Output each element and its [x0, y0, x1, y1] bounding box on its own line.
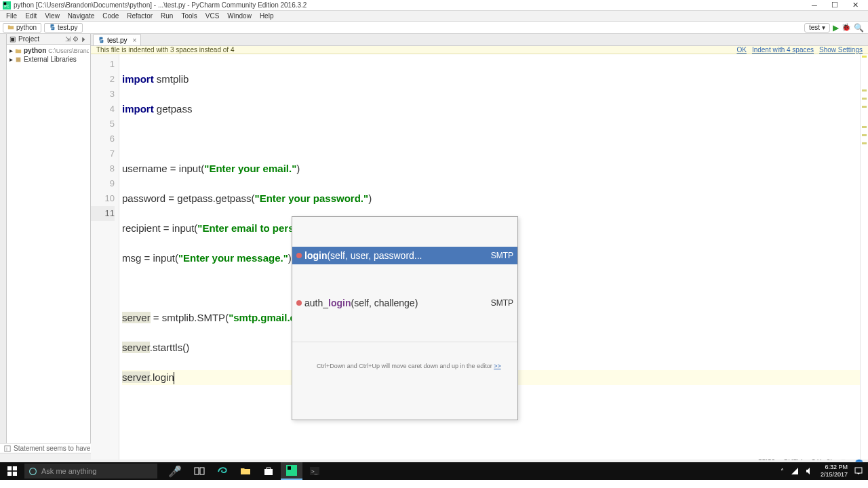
warning-mark[interactable]: [862, 142, 867, 144]
banner-indent-link[interactable]: Indent with 4 spaces: [752, 46, 814, 54]
clock[interactable]: 6:32 PM 2/15/2017: [821, 464, 848, 479]
menu-navigate[interactable]: Navigate: [64, 12, 98, 20]
tab-test-py[interactable]: test.py ×: [93, 34, 141, 45]
svg-rect-16: [288, 466, 291, 470]
line-gutter: 1 2 3 4 5 6 7 8 9 10 11: [91, 54, 119, 460]
autocomplete-hint: Ctrl+Down and Ctrl+Up will move caret do…: [292, 342, 517, 390]
expand-icon[interactable]: ▸: [9, 56, 13, 63]
banner-message: This file is indented with 3 spaces inst…: [96, 46, 234, 54]
menu-vcs[interactable]: VCS: [201, 12, 224, 20]
editor-tabs: test.py ×: [91, 34, 868, 46]
warning-mark[interactable]: [862, 89, 867, 92]
gear-icon[interactable]: ⚙: [73, 35, 79, 43]
svg-rect-10: [13, 472, 17, 476]
warning-mark[interactable]: [862, 56, 867, 58]
taskbar-search[interactable]: Ask me anything: [24, 464, 157, 479]
tree-libs[interactable]: ▸ External Libraries: [8, 55, 89, 64]
svg-rect-13: [200, 468, 204, 474]
notifications-icon[interactable]: [854, 467, 863, 475]
app-icon: PC: [3, 1, 11, 9]
windows-taskbar: Ask me anything 🎤 >_ ˄ 6:32 PM 2/15/2017: [0, 462, 868, 480]
code-content[interactable]: import smtplib import getpass username =…: [119, 54, 860, 460]
warning-mark[interactable]: [862, 98, 867, 100]
menu-view[interactable]: View: [41, 12, 64, 20]
svg-rect-8: [13, 466, 17, 470]
main-area: ▣ Project ⇲ ⚙ ⏵ ▸ python C:\Users\Brando…: [0, 34, 868, 443]
collapse-icon[interactable]: ⇲: [65, 35, 71, 43]
tray-chevron-icon[interactable]: ˄: [781, 468, 784, 475]
menu-edit[interactable]: Edit: [21, 12, 41, 20]
python-file-icon: [98, 37, 104, 43]
project-tree[interactable]: ▸ python C:\Users\Brandon\Do ▸ External …: [7, 45, 90, 65]
project-icon: ▣: [9, 35, 16, 43]
svg-rect-4: [5, 445, 10, 451]
svg-text:PC: PC: [4, 4, 9, 8]
close-tab-icon[interactable]: ×: [132, 37, 136, 44]
svg-rect-7: [7, 466, 12, 470]
cmd-icon[interactable]: >_: [304, 462, 326, 480]
pycharm-taskbar-icon[interactable]: [281, 462, 302, 480]
expand-icon[interactable]: ▸: [9, 47, 13, 54]
editor-area: test.py × This file is indented with 3 s…: [91, 34, 868, 443]
python-file-icon: [49, 24, 56, 32]
menu-file[interactable]: File: [2, 12, 21, 20]
svg-text:>_: >_: [311, 468, 318, 474]
start-button[interactable]: [0, 466, 24, 476]
project-title: Project: [18, 35, 39, 43]
nav-bar: python test.py test ▾ ▶ 🐞 🔍: [0, 22, 868, 34]
banner-ok-link[interactable]: OK: [736, 46, 746, 54]
store-icon[interactable]: [258, 462, 279, 480]
edge-icon[interactable]: [212, 462, 233, 480]
code-editor[interactable]: 1 2 3 4 5 6 7 8 9 10 11 import smtplib i…: [91, 54, 868, 460]
menu-refactor[interactable]: Refactor: [123, 12, 157, 20]
system-tray[interactable]: ˄ 6:32 PM 2/15/2017: [781, 464, 868, 479]
network-icon[interactable]: [791, 467, 799, 475]
title-bar: PC python [C:\Users\Brandon\Documents\py…: [0, 0, 868, 11]
info-icon: i: [4, 445, 11, 452]
window-controls: ─ ☐ ✕: [807, 1, 865, 10]
error-stripe[interactable]: [860, 54, 868, 460]
project-panel-header: ▣ Project ⇲ ⚙ ⏵: [7, 34, 90, 45]
mic-icon[interactable]: 🎤: [164, 465, 186, 478]
tool-window-stripe[interactable]: [0, 34, 7, 443]
menu-help[interactable]: Help: [256, 12, 278, 20]
warning-mark[interactable]: [862, 106, 867, 108]
svg-rect-19: [855, 468, 862, 473]
libs-icon: [15, 56, 22, 63]
menu-tools[interactable]: Tools: [177, 12, 201, 20]
autocomplete-item[interactable]: login(self, user, password... SMTP: [292, 247, 517, 264]
project-panel: ▣ Project ⇲ ⚙ ⏵ ▸ python C:\Users\Brando…: [7, 34, 91, 443]
menu-bar: File Edit View Navigate Code Refactor Ru…: [0, 11, 868, 22]
hide-icon[interactable]: ⏵: [81, 35, 87, 43]
search-icon[interactable]: 🔍: [854, 23, 864, 33]
warning-mark[interactable]: [862, 134, 867, 136]
task-view-icon[interactable]: [189, 462, 210, 480]
autocomplete-popup[interactable]: login(self, user, password... SMTP auth_…: [292, 216, 518, 420]
indent-warning-banner: This file is indented with 3 spaces inst…: [91, 46, 868, 54]
hint-link[interactable]: >>: [494, 363, 501, 369]
volume-icon[interactable]: [806, 467, 814, 475]
run-config-selector[interactable]: test ▾: [804, 23, 830, 33]
run-button[interactable]: ▶: [833, 23, 839, 33]
breadcrumb-folder[interactable]: python: [3, 23, 41, 33]
menu-window[interactable]: Window: [223, 12, 256, 20]
debug-button[interactable]: 🐞: [842, 23, 851, 32]
folder-icon: [7, 24, 14, 32]
tree-root[interactable]: ▸ python C:\Users\Brandon\Do: [8, 46, 89, 55]
svg-rect-14: [264, 469, 273, 475]
method-icon: [296, 300, 302, 306]
maximize-button[interactable]: ☐: [827, 1, 842, 10]
text-caret: [174, 372, 174, 384]
svg-rect-12: [195, 468, 199, 474]
autocomplete-item[interactable]: auth_login(self, challenge) SMTP: [292, 294, 517, 312]
warning-mark[interactable]: [862, 126, 867, 128]
explorer-icon[interactable]: [235, 462, 256, 480]
svg-point-11: [30, 468, 37, 474]
breadcrumb-file[interactable]: test.py: [44, 23, 82, 33]
close-button[interactable]: ✕: [848, 1, 863, 10]
banner-show-settings-link[interactable]: Show Settings: [819, 46, 863, 54]
menu-run[interactable]: Run: [157, 12, 177, 20]
minimize-button[interactable]: ─: [807, 1, 822, 10]
method-icon: [296, 253, 302, 258]
menu-code[interactable]: Code: [98, 12, 123, 20]
